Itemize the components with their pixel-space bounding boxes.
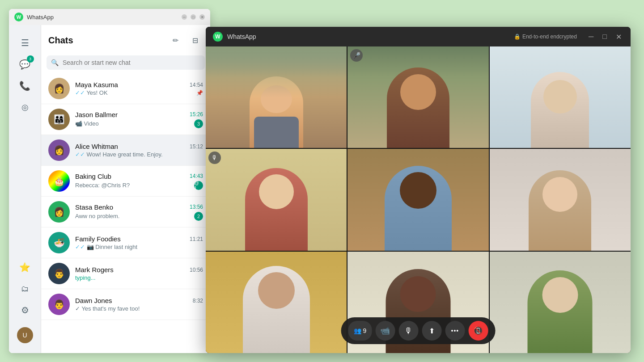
video-close-btn[interactable]: ✕ [614, 31, 623, 43]
video-cell-1 [206, 46, 347, 148]
video-cell-4: 🎙 [206, 149, 347, 250]
chat-preview: ✓✓ Wow! Have great time. Enjoy. [75, 151, 163, 158]
sidebar-item-calls[interactable]: 📞 [14, 75, 36, 97]
avatar: 👨 [48, 263, 70, 284]
unread-badge: 2 [194, 212, 203, 221]
chat-preview: Aww no problem. [75, 213, 119, 219]
encryption-label: 🔒 End-to-end endcrypted [514, 34, 577, 40]
unread-badge: @ 1 [194, 181, 203, 190]
chat-item[interactable]: 👨 Mark Rogers 10:56 typing... [41, 258, 210, 289]
sidebar-item-settings[interactable]: ⚙ [14, 299, 36, 321]
chat-preview: Rebecca: @Chris R? [75, 182, 130, 189]
chat-time: 13:56 [190, 204, 203, 210]
chat-name: Stasa Benko [75, 203, 113, 211]
chat-name: Maya Kasuma [75, 81, 118, 88]
avatar: 🎂 [48, 170, 70, 192]
participants-number: 9 [363, 327, 367, 334]
more-options-btn[interactable]: ••• [445, 321, 465, 341]
main-app-logo: W [14, 13, 23, 21]
video-window-controls: ─ □ ✕ [587, 31, 623, 43]
chat-time: 8:32 [193, 298, 203, 304]
main-minimize-btn[interactable]: ─ [182, 14, 187, 20]
video-cell-3 [490, 46, 631, 148]
chat-info: Dawn Jones 8:32 ✓ Yes that's my fave too… [75, 297, 203, 312]
mute-indicator: 🎤 [350, 49, 363, 62]
chat-info: Stasa Benko 13:56 Aww no problem. 2 [75, 203, 203, 221]
participants-count-btn[interactable]: 👥 9 [348, 321, 372, 341]
sidebar-item-menu[interactable]: ☰ [14, 32, 36, 54]
chats-badge: 3 [27, 55, 34, 63]
video-call-window: W WhatsApp 🔒 End-to-end endcrypted ─ □ ✕ [206, 27, 631, 353]
chat-name: Baking Club [75, 173, 111, 180]
chat-name: Dawn Jones [75, 297, 112, 304]
video-maximize-btn[interactable]: □ [601, 31, 609, 43]
main-window-controls: ─ □ ✕ [182, 14, 205, 20]
chat-info: Baking Club 14:43 Rebecca: @Chris R? @ 1 [75, 173, 203, 190]
video-title-bar: W WhatsApp 🔒 End-to-end endcrypted ─ □ ✕ [206, 27, 631, 46]
avatar: 👩 [48, 78, 70, 99]
avatar: 👨‍👩‍👧 [48, 109, 70, 130]
chat-name: Family Foodies [75, 235, 121, 243]
mute-indicator-4: 🎙 [208, 152, 221, 164]
main-close-btn[interactable]: ✕ [199, 14, 205, 20]
search-input[interactable] [47, 55, 205, 70]
avatar: 👩 [48, 139, 70, 161]
chats-title: Chats [48, 35, 73, 46]
chat-list: 👩 Maya Kasuma 14:54 ✓✓ Yes! OK 📌 👨‍👩 [41, 73, 210, 353]
search-icon: 🔍 [51, 59, 59, 66]
video-controls-bar: 👥 9 📹 🎙 ⬆ ••• 📵 [341, 317, 496, 344]
filter-button[interactable]: ⊟ [187, 32, 203, 48]
avatar: 👨 [48, 294, 70, 315]
mic-toggle-btn[interactable]: 🎙 [398, 321, 418, 341]
video-cell-6 [490, 149, 631, 250]
chat-name: Jason Ballmer [75, 111, 118, 118]
video-cell-9 [490, 252, 631, 353]
unread-badge: 3 [194, 119, 203, 128]
chat-time: 15:26 [190, 111, 203, 118]
chat-panel: Chats ✏ ⊟ 🔍 👩 Maya Kasuma 14:54 [41, 25, 210, 353]
search-bar: 🔍 [47, 55, 205, 70]
participants-icon: 👥 [354, 327, 361, 334]
chat-info: Family Foodies 11:21 ✓✓ 📷 Dinner last ni… [75, 235, 203, 250]
chat-preview: typing... [75, 274, 96, 281]
sidebar-item-status[interactable]: ◎ [14, 97, 36, 118]
video-app-logo: W [213, 32, 223, 42]
chat-preview: ✓✓ 📷 Dinner last night [75, 244, 137, 250]
end-call-btn[interactable]: 📵 [468, 321, 488, 341]
chat-item[interactable]: 👩 Stasa Benko 13:56 Aww no problem. 2 [41, 197, 210, 227]
chat-time: 15:12 [190, 143, 203, 150]
sidebar-avatar[interactable]: U [14, 324, 36, 346]
chat-panel-header: Chats ✏ ⊟ [41, 25, 210, 52]
lock-icon: 🔒 [514, 34, 521, 40]
chat-item[interactable]: 👨 Dawn Jones 8:32 ✓ Yes that's my fave t… [41, 289, 210, 320]
chat-item[interactable]: 👨‍👩‍👧 Jason Ballmer 15:26 📹 Video 3 [41, 104, 210, 135]
chat-item[interactable]: 🎂 Baking Club 14:43 Rebecca: @Chris R? @… [41, 166, 210, 197]
sidebar-item-chats[interactable]: 💬 3 [14, 54, 36, 75]
compose-button[interactable]: ✏ [167, 32, 183, 48]
video-cell-7 [206, 252, 347, 353]
video-app-title: WhatsApp [227, 33, 509, 40]
chat-info: Mark Rogers 10:56 typing... [75, 266, 203, 281]
encryption-text: End-to-end endcrypted [522, 34, 577, 40]
pin-icon: 📌 [196, 90, 203, 96]
main-maximize-btn[interactable]: □ [191, 14, 196, 20]
chat-item[interactable]: 🍜 Family Foodies 11:21 ✓✓ 📷 Dinner last … [41, 227, 210, 258]
chat-item[interactable]: 👩 Maya Kasuma 14:54 ✓✓ Yes! OK 📌 [41, 73, 210, 104]
sidebar: ☰ 💬 3 📞 ◎ ⭐ 🗂 ⚙ U [9, 25, 41, 353]
main-window: W WhatsApp ─ □ ✕ ☰ 💬 3 📞 ◎ ⭐ 🗂 ⚙ U Chats… [9, 9, 210, 353]
chat-info: Maya Kasuma 14:54 ✓✓ Yes! OK 📌 [75, 81, 203, 96]
chat-name: Mark Rogers [75, 266, 114, 274]
video-toggle-btn[interactable]: 📹 [375, 321, 395, 341]
avatar: 👩 [48, 201, 70, 223]
chat-time: 14:43 [190, 173, 203, 179]
chat-preview: 📹 Video [75, 120, 99, 127]
sidebar-item-starred[interactable]: ⭐ [14, 257, 36, 278]
chat-time: 11:21 [190, 236, 203, 242]
main-app-title: WhatsApp [27, 14, 178, 21]
sidebar-item-archived[interactable]: 🗂 [14, 278, 36, 299]
chat-item[interactable]: 👩 Alice Whitman 15:12 ✓✓ Wow! Have great… [41, 135, 210, 166]
chat-time: 14:54 [190, 82, 203, 88]
video-minimize-btn[interactable]: ─ [587, 31, 595, 43]
chat-time: 10:56 [190, 267, 203, 273]
screen-share-btn[interactable]: ⬆ [422, 321, 441, 341]
